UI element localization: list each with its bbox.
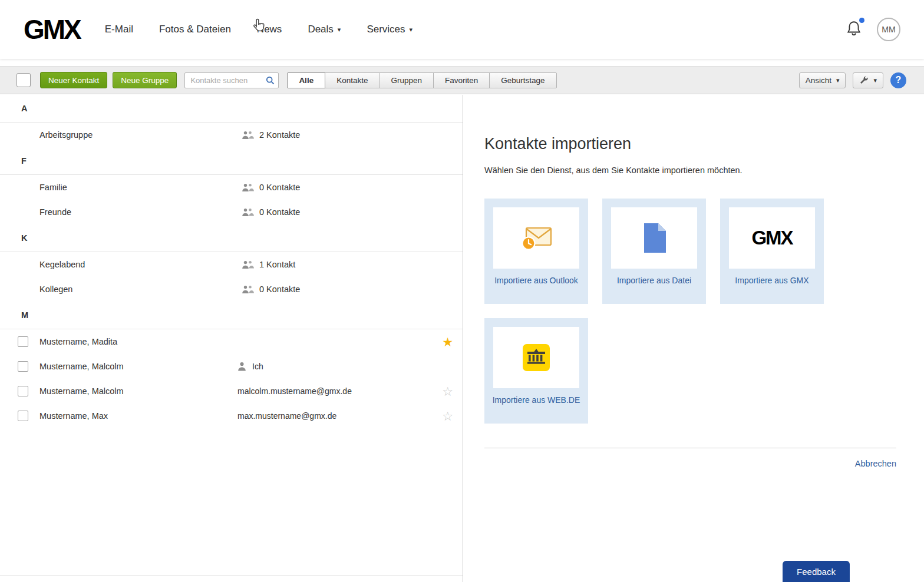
favorite-star-icon[interactable]: ☆ bbox=[442, 410, 453, 422]
letter-header-a: A bbox=[0, 95, 463, 123]
cancel-link[interactable]: Abbrechen bbox=[855, 459, 896, 468]
contact-search bbox=[184, 72, 279, 88]
nav-item-deals[interactable]: Deals▾ bbox=[308, 24, 341, 35]
page-title: Kontakte importieren bbox=[484, 134, 924, 154]
contacts-toolbar: Neuer Kontakt Neue Gruppe Alle Kontakte … bbox=[0, 66, 924, 94]
import-option-datei[interactable]: Importiere aus Datei bbox=[602, 199, 706, 304]
outlook-icon bbox=[519, 224, 553, 252]
tab-favoriten[interactable]: Favoriten bbox=[433, 72, 490, 88]
view-dropdown-button[interactable]: Ansicht ▾ bbox=[799, 72, 846, 88]
contact-checkbox[interactable] bbox=[18, 411, 28, 421]
search-input[interactable] bbox=[184, 72, 279, 88]
group-icon bbox=[242, 183, 254, 192]
gmx-logo[interactable]: GMX bbox=[24, 14, 80, 45]
import-option-outlook[interactable]: Importiere aus Outlook bbox=[484, 199, 588, 304]
group-row-kollegen[interactable]: Kollegen 0 Kontakte bbox=[0, 277, 463, 302]
webde-icon bbox=[523, 344, 550, 371]
top-navbar: GMX E-Mail Fotos & Dateien News Deals▾ S… bbox=[0, 0, 924, 59]
contact-checkbox[interactable] bbox=[18, 386, 28, 396]
select-all-checkbox[interactable] bbox=[16, 73, 31, 87]
group-row-freunde[interactable]: Freunde 0 Kontakte bbox=[0, 200, 463, 224]
nav-item-fotos-dateien[interactable]: Fotos & Dateien bbox=[159, 24, 231, 35]
import-panel: Kontakte importieren Wählen Sie den Dien… bbox=[464, 95, 924, 582]
chevron-down-icon: ▾ bbox=[836, 77, 840, 84]
help-button[interactable]: ? bbox=[890, 72, 906, 88]
avatar[interactable]: MM bbox=[877, 18, 900, 41]
header-right-controls: MM bbox=[846, 18, 900, 41]
contact-checkbox[interactable] bbox=[18, 361, 28, 372]
contact-row-madita[interactable]: Mustername, Madita ★ bbox=[0, 329, 463, 354]
tab-geburtstage[interactable]: Geburtstage bbox=[489, 72, 556, 88]
wrench-icon bbox=[859, 75, 869, 85]
new-group-button[interactable]: Neue Gruppe bbox=[113, 72, 177, 88]
nav-item-services[interactable]: Services▾ bbox=[367, 24, 412, 35]
favorite-star-icon[interactable]: ★ bbox=[442, 336, 453, 348]
letter-header-m: M bbox=[0, 302, 463, 329]
main-nav: E-Mail Fotos & Dateien News Deals▾ Servi… bbox=[105, 24, 412, 35]
group-row-familie[interactable]: Familie 0 Kontakte bbox=[0, 175, 463, 200]
group-icon bbox=[242, 131, 254, 140]
settings-dropdown-button[interactable]: ▾ bbox=[853, 72, 883, 88]
import-option-webde[interactable]: Importiere aus WEB.DE bbox=[484, 318, 588, 424]
group-icon bbox=[242, 285, 254, 294]
group-row-kegelabend[interactable]: Kegelabend 1 Kontakt bbox=[0, 252, 463, 277]
chevron-down-icon: ▾ bbox=[873, 77, 877, 84]
nav-item-email[interactable]: E-Mail bbox=[105, 24, 133, 35]
contact-row-max[interactable]: Mustername, Max max.mustername@gmx.de ☆ bbox=[0, 404, 463, 428]
new-contact-button[interactable]: Neuer Kontakt bbox=[40, 72, 107, 88]
group-icon bbox=[242, 208, 254, 217]
divider bbox=[484, 448, 896, 448]
letter-header-f: F bbox=[0, 147, 463, 175]
chevron-down-icon: ▾ bbox=[338, 27, 341, 33]
tab-alle[interactable]: Alle bbox=[287, 72, 325, 88]
import-subtitle: Wählen Sie den Dienst, aus dem Sie Konta… bbox=[484, 166, 924, 175]
contact-list-panel: A Arbeitsgruppe 2 Kontakte F Familie 0 K… bbox=[0, 95, 463, 582]
import-options: Importiere aus Outlook Importiere aus Da… bbox=[484, 199, 838, 424]
group-row-arbeitsgruppe[interactable]: Arbeitsgruppe 2 Kontakte bbox=[0, 123, 463, 147]
feedback-button[interactable]: Feedback bbox=[783, 561, 850, 582]
contact-row-malcolm-ich[interactable]: Mustername, Malcolm Ich bbox=[0, 354, 463, 379]
favorite-star-icon[interactable]: ☆ bbox=[442, 385, 453, 398]
bell-icon bbox=[846, 20, 862, 37]
gmx-logo: GMX bbox=[751, 227, 792, 249]
tab-gruppen[interactable]: Gruppen bbox=[379, 72, 434, 88]
search-icon[interactable] bbox=[266, 76, 275, 87]
file-icon bbox=[642, 223, 666, 253]
group-icon bbox=[242, 260, 254, 269]
contact-row-malcolm-email[interactable]: Mustername, Malcolm malcolm.mustername@g… bbox=[0, 379, 463, 404]
notification-dot bbox=[859, 18, 864, 23]
person-icon bbox=[237, 362, 246, 371]
nav-item-news[interactable]: News bbox=[257, 24, 282, 35]
letter-header-k: K bbox=[0, 224, 463, 252]
filter-tabs: Alle Kontakte Gruppen Favoriten Geburtst… bbox=[287, 72, 556, 88]
tab-kontakte[interactable]: Kontakte bbox=[325, 72, 380, 88]
import-option-gmx[interactable]: GMX Importiere aus GMX bbox=[720, 199, 824, 304]
toolbar-right-controls: Ansicht ▾ ▾ ? bbox=[799, 72, 906, 88]
chevron-down-icon: ▾ bbox=[410, 27, 413, 33]
notifications-button[interactable] bbox=[846, 20, 862, 39]
contact-checkbox[interactable] bbox=[18, 336, 28, 347]
